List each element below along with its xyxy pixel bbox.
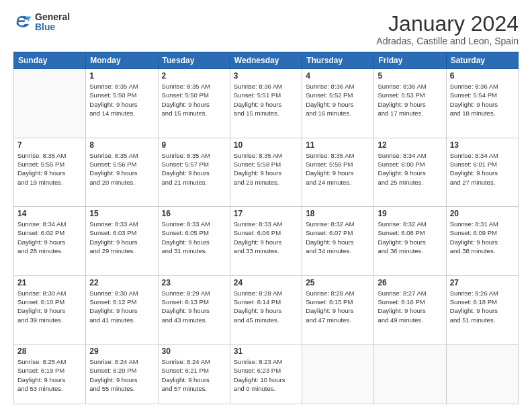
day-cell: 19Sunrise: 8:32 AM Sunset: 6:08 PM Dayli… [374,207,446,276]
day-info: Sunrise: 8:35 AM Sunset: 5:50 PM Dayligh… [162,82,226,118]
day-cell: 5Sunrise: 8:36 AM Sunset: 5:53 PM Daylig… [374,69,446,138]
day-number: 16 [162,209,226,218]
day-number: 5 [378,71,442,81]
day-cell: 2Sunrise: 8:35 AM Sunset: 5:50 PM Daylig… [158,69,230,138]
day-cell: 16Sunrise: 8:33 AM Sunset: 6:05 PM Dayli… [158,207,230,276]
day-cell: 27Sunrise: 8:26 AM Sunset: 6:18 PM Dayli… [446,275,518,345]
header-wednesday: Wednesday [230,52,302,69]
day-number: 21 [17,278,82,287]
day-info: Sunrise: 8:35 AM Sunset: 5:56 PM Dayligh… [89,151,154,187]
week-row-3: 14Sunrise: 8:34 AM Sunset: 6:02 PM Dayli… [14,207,519,276]
day-info: Sunrise: 8:33 AM Sunset: 6:06 PM Dayligh… [234,220,298,255]
day-info: Sunrise: 8:34 AM Sunset: 6:01 PM Dayligh… [450,151,515,187]
page: General Blue January 2024 Adradas, Casti… [0,0,532,411]
logo-text: General Blue [35,12,70,33]
calendar-header: Sunday Monday Tuesday Wednesday Thursday… [14,52,519,69]
day-cell [14,69,86,138]
day-info: Sunrise: 8:33 AM Sunset: 6:05 PM Dayligh… [162,220,226,255]
day-cell: 20Sunrise: 8:31 AM Sunset: 6:09 PM Dayli… [446,207,518,276]
logo-icon [13,13,32,32]
day-info: Sunrise: 8:36 AM Sunset: 5:54 PM Dayligh… [450,82,515,118]
day-cell: 4Sunrise: 8:36 AM Sunset: 5:52 PM Daylig… [302,69,374,138]
header-tuesday: Tuesday [158,52,230,69]
day-number: 12 [378,140,442,150]
day-number: 26 [378,278,442,287]
day-cell: 28Sunrise: 8:25 AM Sunset: 6:19 PM Dayli… [14,345,86,404]
day-info: Sunrise: 8:30 AM Sunset: 6:10 PM Dayligh… [17,289,82,324]
day-info: Sunrise: 8:28 AM Sunset: 6:15 PM Dayligh… [306,289,370,324]
day-number: 25 [306,278,370,287]
day-cell: 11Sunrise: 8:35 AM Sunset: 5:59 PM Dayli… [302,138,374,207]
day-number: 24 [234,278,298,287]
day-cell: 12Sunrise: 8:34 AM Sunset: 6:00 PM Dayli… [374,138,446,207]
day-cell: 26Sunrise: 8:27 AM Sunset: 6:16 PM Dayli… [374,275,446,345]
day-info: Sunrise: 8:29 AM Sunset: 6:13 PM Dayligh… [162,289,226,324]
day-cell [374,345,446,404]
day-cell: 21Sunrise: 8:30 AM Sunset: 6:10 PM Dayli… [14,275,86,345]
day-info: Sunrise: 8:27 AM Sunset: 6:16 PM Dayligh… [378,289,442,324]
day-info: Sunrise: 8:31 AM Sunset: 6:09 PM Dayligh… [450,220,515,255]
day-number: 1 [89,71,154,81]
day-cell: 29Sunrise: 8:24 AM Sunset: 6:20 PM Dayli… [86,345,158,404]
calendar-body: 1Sunrise: 8:35 AM Sunset: 5:50 PM Daylig… [14,69,519,404]
day-info: Sunrise: 8:35 AM Sunset: 5:57 PM Dayligh… [162,151,226,187]
day-cell: 6Sunrise: 8:36 AM Sunset: 5:54 PM Daylig… [446,69,518,138]
day-number: 29 [89,347,154,356]
header-friday: Friday [374,52,446,69]
day-info: Sunrise: 8:24 AM Sunset: 6:20 PM Dayligh… [89,357,154,393]
day-cell: 7Sunrise: 8:35 AM Sunset: 5:55 PM Daylig… [14,138,86,207]
day-info: Sunrise: 8:36 AM Sunset: 5:53 PM Dayligh… [378,82,442,118]
header-monday: Monday [86,52,158,69]
day-cell: 10Sunrise: 8:35 AM Sunset: 5:58 PM Dayli… [230,138,302,207]
day-number: 8 [89,140,154,150]
header-sunday: Sunday [14,52,86,69]
month-title: January 2024 [376,12,519,36]
weekday-header-row: Sunday Monday Tuesday Wednesday Thursday… [14,52,519,69]
day-info: Sunrise: 8:34 AM Sunset: 6:02 PM Dayligh… [17,220,82,255]
day-cell: 31Sunrise: 8:23 AM Sunset: 6:23 PM Dayli… [230,345,302,404]
day-info: Sunrise: 8:32 AM Sunset: 6:07 PM Dayligh… [306,220,370,255]
day-cell [302,345,374,404]
day-info: Sunrise: 8:34 AM Sunset: 6:00 PM Dayligh… [378,151,442,187]
day-number: 9 [162,140,226,150]
day-info: Sunrise: 8:35 AM Sunset: 5:50 PM Dayligh… [89,82,154,118]
logo-general: General [35,12,70,22]
day-cell: 15Sunrise: 8:33 AM Sunset: 6:03 PM Dayli… [86,207,158,276]
week-row-1: 1Sunrise: 8:35 AM Sunset: 5:50 PM Daylig… [14,69,519,138]
header: General Blue January 2024 Adradas, Casti… [13,12,519,46]
day-info: Sunrise: 8:23 AM Sunset: 6:23 PM Dayligh… [234,357,298,393]
day-number: 27 [450,278,515,287]
day-number: 20 [450,209,515,218]
day-cell: 9Sunrise: 8:35 AM Sunset: 5:57 PM Daylig… [158,138,230,207]
day-info: Sunrise: 8:24 AM Sunset: 6:21 PM Dayligh… [162,357,226,393]
day-number: 19 [378,209,442,218]
day-info: Sunrise: 8:36 AM Sunset: 5:51 PM Dayligh… [234,82,298,118]
day-cell: 25Sunrise: 8:28 AM Sunset: 6:15 PM Dayli… [302,275,374,345]
day-cell: 22Sunrise: 8:30 AM Sunset: 6:12 PM Dayli… [86,275,158,345]
header-thursday: Thursday [302,52,374,69]
day-info: Sunrise: 8:36 AM Sunset: 5:52 PM Dayligh… [306,82,370,118]
day-number: 17 [234,209,298,218]
day-cell: 23Sunrise: 8:29 AM Sunset: 6:13 PM Dayli… [158,275,230,345]
week-row-4: 21Sunrise: 8:30 AM Sunset: 6:10 PM Dayli… [14,275,519,345]
week-row-2: 7Sunrise: 8:35 AM Sunset: 5:55 PM Daylig… [14,138,519,207]
day-number: 13 [450,140,515,150]
title-block: January 2024 Adradas, Castille and Leon,… [376,12,519,46]
day-number: 28 [17,347,82,356]
day-info: Sunrise: 8:26 AM Sunset: 6:18 PM Dayligh… [450,289,515,324]
day-info: Sunrise: 8:30 AM Sunset: 6:12 PM Dayligh… [89,289,154,324]
day-cell: 18Sunrise: 8:32 AM Sunset: 6:07 PM Dayli… [302,207,374,276]
day-cell: 30Sunrise: 8:24 AM Sunset: 6:21 PM Dayli… [158,345,230,404]
day-number: 31 [234,347,298,356]
day-cell: 1Sunrise: 8:35 AM Sunset: 5:50 PM Daylig… [86,69,158,138]
day-cell: 24Sunrise: 8:28 AM Sunset: 6:14 PM Dayli… [230,275,302,345]
day-info: Sunrise: 8:35 AM Sunset: 5:59 PM Dayligh… [306,151,370,187]
day-number: 11 [306,140,370,150]
header-saturday: Saturday [446,52,518,69]
day-cell: 13Sunrise: 8:34 AM Sunset: 6:01 PM Dayli… [446,138,518,207]
location-subtitle: Adradas, Castille and Leon, Spain [376,36,519,46]
day-cell: 14Sunrise: 8:34 AM Sunset: 6:02 PM Dayli… [14,207,86,276]
day-number: 18 [306,209,370,218]
day-cell: 17Sunrise: 8:33 AM Sunset: 6:06 PM Dayli… [230,207,302,276]
calendar-table: Sunday Monday Tuesday Wednesday Thursday… [13,52,519,404]
